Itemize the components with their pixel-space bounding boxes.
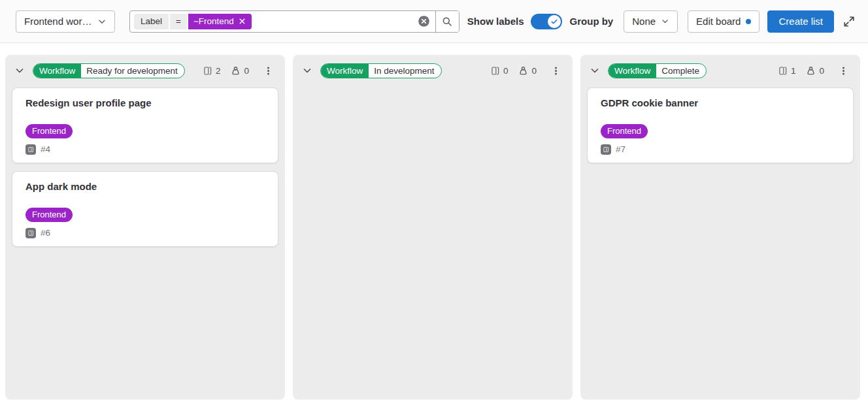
search-button[interactable] [435, 11, 459, 32]
weight-count: 0 [806, 66, 824, 76]
weight-count: 0 [518, 66, 537, 76]
board-list-header: Workflow Complete 1 0 [580, 55, 860, 84]
issue-reference[interactable]: #6 [41, 228, 50, 238]
notification-dot [746, 19, 751, 24]
filtered-search-bar[interactable]: Label = ~Frontend [129, 10, 459, 33]
board-list-in-development: Workflow In development 0 0 [293, 55, 573, 400]
issues-icon [778, 66, 788, 76]
issue-reference[interactable]: #4 [41, 144, 50, 154]
issue-type-icon [25, 144, 36, 155]
chevron-down-icon [590, 65, 600, 76]
weight-count-value: 0 [531, 66, 537, 76]
issue-card[interactable]: Redesign user profile page Frontend #4 [12, 88, 278, 163]
card-footer: #6 [25, 228, 265, 238]
card-area: Redesign user profile page Frontend #4 A… [5, 84, 285, 400]
collapse-list-button[interactable] [12, 63, 27, 78]
search-icon [442, 16, 452, 27]
issue-count-value: 1 [791, 66, 796, 76]
card-area: GDPR cookie banner Frontend #7 [580, 84, 860, 400]
issue-card[interactable]: App dark mode Frontend #6 [12, 171, 278, 247]
expand-board-button[interactable] [841, 13, 858, 30]
list-settings-button[interactable] [548, 63, 563, 78]
filter-token-value-label: ~Frontend [193, 16, 234, 26]
weight-icon [231, 66, 241, 76]
clear-search-button[interactable] [413, 11, 435, 32]
board-list-complete: Workflow Complete 1 0 GDPR cookie banner… [580, 55, 860, 400]
chevron-down-icon [302, 65, 312, 76]
clear-icon [418, 15, 430, 27]
filter-token: Label = ~Frontend [130, 11, 413, 32]
filter-token-operator[interactable]: = [170, 14, 187, 29]
label-chip[interactable]: Frontend [25, 208, 73, 222]
collapse-list-button[interactable] [587, 63, 603, 78]
edit-board-label: Edit board [696, 16, 741, 27]
ellipsis-icon [551, 66, 561, 76]
weight-icon [806, 66, 816, 76]
issues-icon [203, 66, 212, 76]
issue-count: 2 [203, 66, 221, 76]
issue-count-value: 0 [503, 66, 509, 76]
list-scoped-label: Workflow Ready for development [33, 63, 185, 78]
check-icon [550, 18, 558, 25]
label-chip[interactable]: Frontend [25, 124, 73, 138]
create-list-label: Create list [778, 16, 823, 27]
show-labels-toggle[interactable] [531, 14, 562, 29]
toggle-knob [548, 15, 561, 28]
list-label-scope: Workflow [321, 64, 369, 78]
board-toolbar: Frontend workfl... Label = ~Frontend Sho… [0, 0, 868, 43]
list-label-name: In development [369, 64, 441, 78]
issue-board: Workflow Ready for development 2 0 Redes… [0, 43, 868, 400]
ellipsis-icon [839, 66, 848, 76]
filter-token-value[interactable]: ~Frontend [188, 14, 252, 29]
issues-icon [490, 66, 500, 76]
chevron-down-icon [97, 17, 107, 26]
list-label-name: Ready for development [81, 64, 184, 78]
weight-count-value: 0 [819, 66, 824, 76]
group-by-dropdown[interactable]: None [624, 10, 678, 33]
list-settings-button[interactable] [261, 63, 276, 78]
list-settings-button[interactable] [836, 63, 851, 78]
show-labels-label: Show labels [467, 16, 524, 27]
weight-count-value: 0 [244, 66, 249, 76]
card-area [293, 84, 573, 400]
issue-count: 0 [490, 66, 509, 76]
board-list-ready-for-development: Workflow Ready for development 2 0 Redes… [5, 55, 285, 400]
weight-icon [518, 66, 528, 76]
card-title: App dark mode [25, 181, 265, 193]
list-scoped-label: Workflow Complete [608, 63, 707, 78]
collapse-list-button[interactable] [299, 63, 315, 78]
list-scoped-label: Workflow In development [320, 63, 442, 78]
issue-count-value: 2 [216, 66, 221, 76]
issue-type-icon [25, 228, 36, 238]
issue-type-icon [601, 144, 611, 155]
edit-board-button[interactable]: Edit board [688, 10, 760, 33]
ellipsis-icon [263, 66, 273, 76]
group-by-label: Group by [570, 16, 614, 27]
weight-count: 0 [231, 66, 249, 76]
label-chip[interactable]: Frontend [601, 124, 648, 138]
board-list-header: Workflow In development 0 0 [293, 55, 573, 84]
expand-icon [843, 16, 855, 27]
list-label-scope: Workflow [609, 64, 656, 78]
card-footer: #4 [25, 144, 265, 155]
card-title: GDPR cookie banner [601, 97, 840, 110]
issue-count: 1 [778, 66, 796, 76]
issue-card[interactable]: GDPR cookie banner Frontend #7 [587, 88, 854, 163]
group-by-value: None [632, 16, 656, 27]
close-icon[interactable] [238, 17, 246, 25]
issue-reference[interactable]: #7 [616, 144, 626, 154]
filter-token-field[interactable]: Label [134, 14, 169, 29]
list-label-name: Complete [656, 64, 706, 78]
create-list-button[interactable]: Create list [767, 10, 834, 33]
list-label-scope: Workflow [33, 64, 81, 78]
chevron-down-icon [14, 65, 25, 76]
board-list-header: Workflow Ready for development 2 0 [5, 55, 285, 84]
board-switcher-label: Frontend workfl... [24, 16, 92, 27]
chevron-down-icon [661, 17, 669, 25]
card-footer: #7 [601, 144, 840, 155]
board-switcher-dropdown[interactable]: Frontend workfl... [16, 10, 115, 33]
card-title: Redesign user profile page [25, 97, 265, 110]
